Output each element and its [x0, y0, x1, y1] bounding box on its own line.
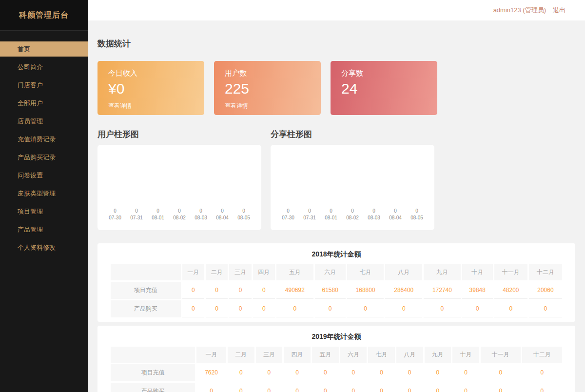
month-header: 五月: [276, 264, 313, 280]
bar-value-label: 0: [242, 208, 245, 214]
stat-card-detail-link[interactable]: 查看详情: [108, 102, 204, 110]
bar-value-label: 0: [330, 208, 332, 214]
stat-card-detail-link[interactable]: 查看详情: [225, 102, 321, 110]
cell-value: 0: [182, 300, 204, 317]
chart-block: 用户柱形图007-30007-31008-01008-02008-03008-0…: [98, 115, 261, 230]
cell-value: 0: [481, 383, 521, 392]
cell-value: 0: [256, 364, 283, 381]
sidebar-item[interactable]: 充值消费记录: [0, 132, 88, 147]
bar-value-label: 0: [221, 208, 224, 214]
charts-row: 用户柱形图007-30007-31008-01008-02008-03008-0…: [98, 115, 575, 230]
bar-category-label: 08-01: [152, 215, 164, 220]
stats-table-card: 2019年统计金额一月二月三月四月五月六月七月八月九月十月十一月十二月项目充值7…: [98, 326, 575, 392]
cell-value: 0: [481, 364, 521, 381]
cell-value: 61580: [315, 282, 346, 299]
cell-value: 0: [494, 300, 527, 317]
bar-value-label: 0: [287, 208, 290, 214]
sidebar-item[interactable]: 项目管理: [0, 204, 88, 219]
sidebar-item[interactable]: 店员管理: [0, 114, 88, 129]
app-logo: 科颜管理后台: [0, 0, 88, 30]
stat-card-value: 24: [341, 80, 437, 97]
stats-table-card: 2018年统计金额一月二月三月四月五月六月七月八月九月十月十一月十二月项目充值0…: [98, 243, 575, 322]
cell-value: 0: [315, 300, 346, 317]
cell-value: 0: [182, 282, 204, 299]
stat-card: 分享数24: [331, 61, 437, 115]
bar-column: 008-02: [346, 207, 359, 220]
cell-value: 0: [206, 282, 228, 299]
cell-value: 0: [425, 383, 451, 392]
bar-category-label: 08-02: [346, 215, 359, 220]
bar-column: 008-01: [152, 207, 164, 220]
table-corner-cell: [111, 264, 181, 280]
cell-value: 0: [312, 364, 339, 381]
table-title: 2018年统计金额: [109, 250, 564, 259]
cell-value: 286400: [385, 282, 422, 299]
row-label: 项目充值: [111, 364, 195, 381]
cell-value: 168800: [347, 282, 384, 299]
cell-value: 0: [206, 300, 228, 317]
table-row: 项目充值762000000000000: [111, 364, 562, 381]
month-header: 二月: [228, 347, 254, 363]
cell-value: 0: [229, 282, 251, 299]
sidebar-item[interactable]: 个人资料修改: [0, 240, 88, 255]
sidebar-item[interactable]: 公司简介: [0, 59, 88, 75]
logged-in-user: admin123 (管理员): [493, 6, 546, 15]
sidebar-menu: 首页公司简介门店客户全部用户店员管理充值消费记录产品购买记录问卷设置皮肤类型管理…: [0, 30, 88, 255]
month-header: 六月: [340, 347, 367, 363]
cell-value: 0: [229, 300, 251, 317]
bar-column: 008-03: [195, 207, 207, 220]
bar-column: 008-04: [216, 207, 229, 220]
cell-value: 0: [340, 383, 367, 392]
cell-value: 0: [529, 300, 562, 317]
table-row: 项目充值000049069261580168800286400172740398…: [111, 282, 562, 299]
bar-column: 007-31: [130, 207, 143, 220]
stat-card-title: 用户数: [225, 69, 321, 78]
cell-value: 0: [256, 383, 283, 392]
sidebar-item[interactable]: 首页: [0, 41, 88, 57]
bar-column: 007-30: [109, 207, 121, 220]
stats-table: 一月二月三月四月五月六月七月八月九月十月十一月十二月项目充值7620000000…: [109, 345, 564, 392]
cell-value: 0: [462, 300, 493, 317]
sidebar-item[interactable]: 产品管理: [0, 222, 88, 237]
row-label: 产品购买: [111, 383, 195, 392]
bar-value-label: 0: [114, 208, 117, 214]
sidebar-item[interactable]: 皮肤类型管理: [0, 186, 88, 201]
cell-value: 0: [196, 383, 226, 392]
month-header: 四月: [284, 347, 311, 363]
month-header: 九月: [425, 347, 451, 363]
stat-card-title: 今日收入: [108, 69, 204, 78]
stat-card-title: 分享数: [341, 69, 437, 78]
cell-value: 0: [385, 300, 422, 317]
stat-card: 今日收入¥0查看详情: [98, 61, 204, 115]
bar-value-label: 0: [415, 208, 418, 214]
bar-chart: 007-30007-31008-01008-02008-03008-04008-…: [271, 145, 434, 230]
bar-value-label: 0: [135, 208, 138, 214]
bar-value-label: 0: [394, 208, 397, 214]
sidebar-item[interactable]: 全部用户: [0, 96, 88, 111]
sidebar-item[interactable]: 问卷设置: [0, 168, 88, 183]
bar-category-label: 08-03: [368, 215, 380, 220]
sidebar-item[interactable]: 门店客户: [0, 78, 88, 93]
bar-value-label: 0: [199, 208, 202, 214]
month-header: 一月: [182, 264, 204, 280]
bar-chart: 007-30007-31008-01008-02008-03008-04008-…: [98, 145, 261, 230]
cell-value: 0: [228, 364, 254, 381]
cell-value: 172740: [424, 282, 461, 299]
bar-category-label: 07-30: [109, 215, 121, 220]
bar-column: 008-05: [410, 207, 423, 220]
table-corner-cell: [111, 347, 195, 363]
stat-card: 用户数225查看详情: [214, 61, 321, 115]
bar-column: 007-30: [282, 207, 294, 220]
cell-value: 0: [452, 364, 479, 381]
cell-value: 0: [396, 383, 423, 392]
cell-value: 0: [284, 364, 311, 381]
logout-link[interactable]: 退出: [553, 6, 566, 15]
row-label: 项目充值: [111, 282, 181, 299]
sidebar-item[interactable]: 产品购买记录: [0, 150, 88, 165]
cell-value: 0: [396, 364, 423, 381]
cell-value: 0: [284, 383, 311, 392]
bar-category-label: 07-31: [303, 215, 316, 220]
month-header: 十月: [452, 347, 479, 363]
bar-value-label: 0: [308, 208, 311, 214]
cell-value: 0: [452, 383, 479, 392]
